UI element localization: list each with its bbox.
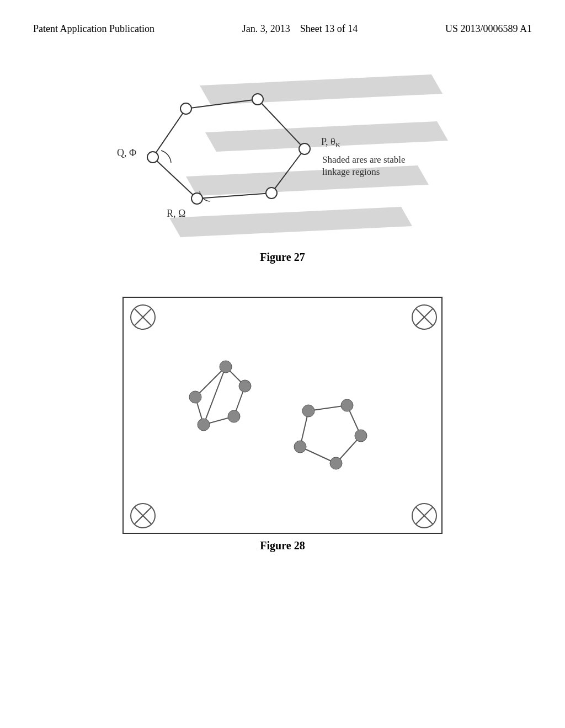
svg-point-12 <box>299 143 310 154</box>
svg-point-14 <box>191 193 202 204</box>
header-center: Jan. 3, 2013 Sheet 13 of 14 <box>242 22 358 36</box>
svg-point-41 <box>228 410 240 422</box>
svg-text:R, Ω: R, Ω <box>167 208 185 219</box>
svg-point-10 <box>180 103 191 114</box>
svg-point-39 <box>220 361 232 373</box>
publication-date: Jan. 3, 2013 <box>242 23 290 34</box>
svg-marker-3 <box>169 207 412 237</box>
publication-title: Patent Application Publication <box>33 22 154 36</box>
svg-point-40 <box>239 380 251 392</box>
svg-line-9 <box>153 109 186 157</box>
svg-point-53 <box>294 441 306 453</box>
svg-point-11 <box>252 94 263 105</box>
figure28-container: Figure 28 <box>0 286 565 552</box>
figure27-diagram: Q, Φ R, Ω P, θK Shaded ares are stable l… <box>89 69 476 245</box>
figure28-label: Figure 28 <box>260 539 305 552</box>
svg-point-15 <box>147 152 158 163</box>
svg-point-43 <box>189 391 201 403</box>
svg-point-42 <box>198 419 210 431</box>
svg-point-50 <box>341 399 353 411</box>
svg-point-51 <box>355 430 367 442</box>
figure28-diagram <box>122 297 443 534</box>
svg-line-37 <box>195 367 226 397</box>
svg-point-13 <box>266 188 277 199</box>
svg-text:Shaded ares are stable: Shaded ares are stable <box>322 154 406 165</box>
figure27-label: Figure 27 <box>260 251 305 264</box>
svg-line-38 <box>204 367 226 425</box>
svg-marker-2 <box>186 165 429 196</box>
svg-text:Q, Φ: Q, Φ <box>117 147 136 158</box>
svg-marker-0 <box>200 74 443 105</box>
sheet-info: Sheet 13 of 14 <box>300 23 358 34</box>
svg-point-52 <box>330 457 342 469</box>
svg-text:linkage regions: linkage regions <box>322 167 380 177</box>
svg-point-49 <box>302 405 315 417</box>
patent-number: US 2013/0006589 A1 <box>445 22 532 36</box>
page-header: Patent Application Publication Jan. 3, 2… <box>0 0 565 47</box>
figure27-container: Q, Φ R, Ω P, θK Shaded ares are stable l… <box>0 58 565 264</box>
